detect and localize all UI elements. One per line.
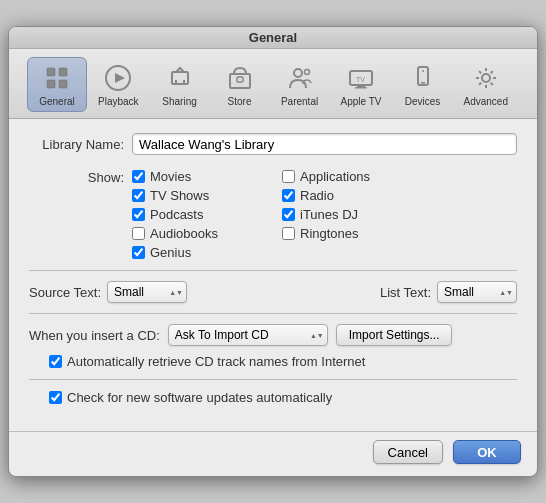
svg-rect-13 — [355, 87, 367, 89]
library-name-label: Library Name: — [29, 137, 124, 152]
source-text-select[interactable]: Small Medium Large — [107, 281, 187, 303]
checkboxes-right-col: Applications Radio iTunes DJ Ringtones — [282, 169, 432, 260]
toolbar-label-playback: Playback — [98, 96, 139, 107]
library-name-input[interactable] — [132, 133, 517, 155]
titlebar: General — [9, 27, 537, 49]
general-icon — [41, 62, 73, 94]
svg-rect-8 — [237, 77, 243, 82]
checkbox-itunesdj[interactable]: iTunes DJ — [282, 207, 432, 222]
checkbox-ringtones[interactable]: Ringtones — [282, 226, 432, 241]
checkbox-podcasts[interactable]: Podcasts — [132, 207, 282, 222]
appletv-icon: TV — [345, 62, 377, 94]
insert-cd-select-wrapper: Ask To Import CD Import CD Import CD and… — [168, 324, 328, 346]
auto-retrieve-row: Automatically retrieve CD track names fr… — [29, 354, 517, 369]
advanced-icon — [470, 62, 502, 94]
parental-icon — [284, 62, 316, 94]
toolbar-item-devices[interactable]: Devices — [393, 57, 453, 112]
checkboxes-left-col: Movies TV Shows Podcasts Audiobooks Geni… — [132, 169, 282, 260]
svg-rect-6 — [172, 72, 188, 84]
svg-marker-5 — [115, 73, 125, 83]
divider-2 — [29, 313, 517, 314]
svg-rect-3 — [59, 80, 67, 88]
auto-retrieve-label: Automatically retrieve CD track names fr… — [67, 354, 365, 369]
svg-rect-16 — [421, 82, 425, 84]
source-text-label: Source Text: — [29, 285, 101, 300]
import-settings-button[interactable]: Import Settings... — [336, 324, 453, 346]
svg-point-18 — [482, 74, 490, 82]
library-name-row: Library Name: — [29, 133, 517, 155]
checkbox-radio[interactable]: Radio — [282, 188, 432, 203]
toolbar-item-playback[interactable]: Playback — [87, 57, 150, 112]
list-text-group: List Text: Small Medium Large — [380, 281, 517, 303]
list-text-select-wrapper: Small Medium Large — [437, 281, 517, 303]
source-text-group: Source Text: Small Medium Large — [29, 281, 187, 303]
store-icon — [224, 62, 256, 94]
svg-rect-2 — [47, 80, 55, 88]
source-text-select-wrapper: Small Medium Large — [107, 281, 187, 303]
toolbar-item-general[interactable]: General — [27, 57, 87, 112]
toolbar-label-appletv: Apple TV — [341, 96, 382, 107]
cancel-button[interactable]: Cancel — [373, 440, 443, 464]
insert-cd-select[interactable]: Ask To Import CD Import CD Import CD and… — [168, 324, 328, 346]
svg-point-10 — [304, 70, 309, 75]
toolbar-label-general: General — [39, 96, 75, 107]
sharing-icon — [164, 62, 196, 94]
toolbar-label-parental: Parental — [281, 96, 318, 107]
software-update-label: Check for new software updates automatic… — [67, 390, 332, 405]
divider-1 — [29, 270, 517, 271]
checkbox-applications[interactable]: Applications — [282, 169, 432, 184]
svg-rect-12 — [357, 85, 365, 87]
content-area: Library Name: Show: Movies TV Shows Podc… — [9, 119, 537, 425]
toolbar-item-sharing[interactable]: Sharing — [150, 57, 210, 112]
checkbox-tvshows[interactable]: TV Shows — [132, 188, 282, 203]
toolbar-label-advanced: Advanced — [464, 96, 508, 107]
list-text-select[interactable]: Small Medium Large — [437, 281, 517, 303]
show-section: Show: Movies TV Shows Podcasts Audiobook… — [29, 169, 517, 260]
checkbox-audiobooks[interactable]: Audiobooks — [132, 226, 282, 241]
software-update-checkbox[interactable] — [49, 391, 62, 404]
playback-icon — [102, 62, 134, 94]
svg-rect-1 — [59, 68, 67, 76]
ok-button[interactable]: OK — [453, 440, 521, 464]
svg-text:TV: TV — [356, 76, 365, 83]
svg-rect-0 — [47, 68, 55, 76]
checkbox-movies[interactable]: Movies — [132, 169, 282, 184]
svg-rect-7 — [230, 74, 250, 88]
window-title: General — [249, 30, 297, 45]
auto-retrieve-checkbox[interactable] — [49, 355, 62, 368]
toolbar-label-sharing: Sharing — [162, 96, 196, 107]
preferences-window: General General Playback — [8, 26, 538, 477]
toolbar-item-advanced[interactable]: Advanced — [453, 57, 519, 112]
devices-icon — [407, 62, 439, 94]
toolbar-item-store[interactable]: Store — [210, 57, 270, 112]
bottom-buttons: Cancel OK — [9, 431, 537, 476]
list-text-label: List Text: — [380, 285, 431, 300]
divider-3 — [29, 379, 517, 380]
toolbar-label-store: Store — [228, 96, 252, 107]
toolbar-item-appletv[interactable]: TV Apple TV — [330, 57, 393, 112]
checkbox-genius[interactable]: Genius — [132, 245, 282, 260]
svg-point-9 — [294, 69, 302, 77]
toolbar-item-parental[interactable]: Parental — [270, 57, 330, 112]
source-list-section: Source Text: Small Medium Large List Tex… — [29, 281, 517, 303]
insert-cd-row: When you insert a CD: Ask To Import CD I… — [29, 324, 517, 346]
toolbar-label-devices: Devices — [405, 96, 441, 107]
svg-point-17 — [422, 70, 424, 72]
toolbar: General Playback Sharing — [9, 49, 537, 119]
checkboxes-grid: Movies TV Shows Podcasts Audiobooks Geni… — [132, 169, 432, 260]
show-label: Show: — [29, 169, 124, 260]
insert-cd-label: When you insert a CD: — [29, 328, 160, 343]
software-update-row: Check for new software updates automatic… — [29, 390, 517, 405]
